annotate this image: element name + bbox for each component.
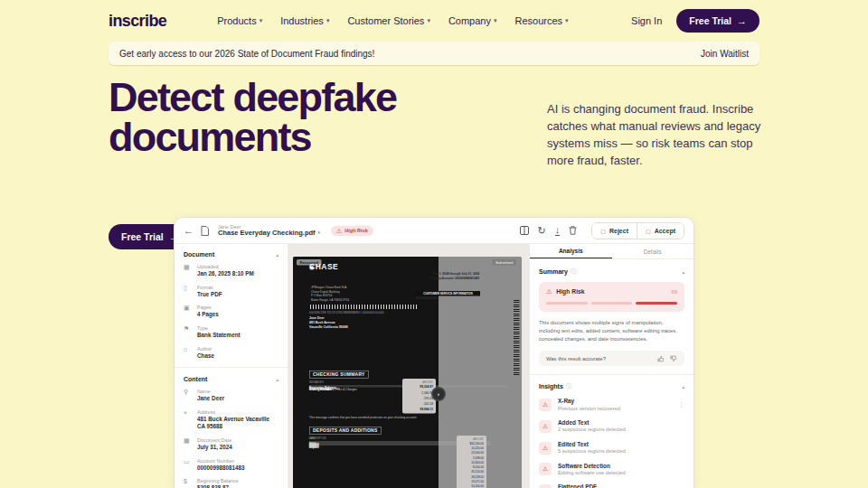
risk-score: 99 [671, 289, 677, 295]
file-icon [184, 285, 192, 299]
nav-free-trial-button[interactable]: Free Trial→ [676, 9, 760, 33]
nav-item-customer-stories[interactable]: Customer Stories▾ [347, 15, 430, 26]
statement-period: July 1, 2024 through July 31, 2024 Prima… [383, 271, 479, 280]
decision-buttons: ▢Reject ▢Accept [591, 222, 684, 239]
insight-row[interactable]: ⚠ Edited Text5 suspicious regions detect… [539, 441, 684, 455]
insight-alert-badge: ⚠ [539, 463, 552, 475]
summary-description: This document shows multiple signs of ma… [539, 319, 684, 343]
warning-triangle-icon: ⚠ [542, 424, 548, 430]
document-viewer: Recovered Submitted CHASE◉ JPMorgan Chas… [288, 244, 529, 488]
customer-service-info: CUSTOMER SERVICE INFORMATION Website:www… [416, 291, 480, 296]
chase-octagon-icon: ◉ [309, 263, 315, 270]
risk-level-label: High Risk [556, 288, 584, 295]
building-icon [184, 346, 192, 361]
sidebar-field: UploadedJan 26, 2025 8:10 PM [184, 264, 278, 278]
nav-right: Sign In Free Trial→ [631, 9, 760, 33]
pin-icon [184, 409, 192, 431]
insights-section-header[interactable]: Insightsⓘ▴ [539, 382, 684, 390]
back-button[interactable]: ← [184, 226, 193, 236]
highlighted-deposit-amounts: AMOUNT $34,240.0010,220.0022,044.002,098… [457, 436, 486, 488]
nav-item-resources[interactable]: Resources▾ [514, 15, 568, 26]
xray-slider-handle[interactable]: ‹› [431, 387, 446, 401]
arrow-right-icon: → [737, 15, 747, 26]
inscribe-logo[interactable]: inscribe [108, 12, 166, 31]
bank-address: JPMorgan Chase Bank N.A. Chase Digital B… [311, 285, 349, 302]
bank-statement-xray: Recovered Submitted CHASE◉ JPMorgan Chas… [293, 257, 522, 488]
chevron-up-icon: ▴ [682, 269, 684, 275]
nav-item-products[interactable]: Products▾ [217, 15, 262, 26]
insight-alert-badge: ⚠ [539, 399, 552, 411]
accept-button[interactable]: ▢Accept [637, 223, 684, 239]
summary-section-header[interactable]: Summaryⓘ▴ [539, 267, 684, 276]
address-barcode [309, 305, 418, 309]
insights-section: Insightsⓘ▴ ⚠ X-RayPrevious version recov… [530, 374, 693, 488]
file-title: Jane Deer Chase Everyday Checking.pdf▾ [218, 224, 320, 237]
thumbs-up-icon[interactable] [657, 355, 665, 362]
risk-summary-box: ⚠ High Risk 99 [539, 282, 684, 312]
file-icon [201, 226, 209, 236]
insight-row[interactable]: ⚠ Flattened PDFPDF manipulated ⋮ [539, 483, 684, 488]
risk-meter [546, 302, 677, 305]
file-name-dropdown[interactable]: Chase Everyday Checking.pdf▾ [218, 230, 320, 237]
trash-icon[interactable] [569, 226, 577, 235]
content-fields: NameJane Deer Address481 Buck Avenue Vac… [184, 389, 278, 488]
announcement-banner: Get early access to our 2026 State of Do… [108, 42, 760, 65]
calendar-icon [184, 264, 192, 278]
nav-links: Products▾ Industries▾ Customer Stories▾ … [217, 15, 631, 26]
chevron-down-icon: ▾ [326, 17, 330, 24]
app-toolbar: ← Jane Deer Chase Everyday Checking.pdf▾… [175, 218, 693, 244]
reject-button[interactable]: ▢Reject [592, 223, 637, 239]
warning-triangle-icon: ⚠ [542, 402, 548, 408]
document-sidebar: Document▴ UploadedJan 26, 2025 8:10 PM F… [175, 244, 288, 488]
insight-row[interactable]: ⚠ X-RayPrevious version recovered ⋮ [539, 398, 684, 412]
insight-alert-badge: ⚠ [539, 484, 552, 488]
toolbar-icons: ↻ ↓ [520, 225, 578, 236]
panel-tabs: Analysis Details [530, 244, 693, 259]
checking-summary-title: CHECKING SUMMARY [309, 371, 369, 379]
coins-icon [184, 478, 192, 488]
overdraft-note: This message confirms that you have over… [309, 416, 417, 419]
accept-doc-icon: ▢ [646, 228, 651, 234]
info-icon: ⓘ [571, 267, 576, 276]
chevron-down-icon: ▾ [494, 17, 497, 24]
document-fields: UploadedJan 26, 2025 8:10 PM FormatTrue … [184, 264, 278, 360]
chevron-up-icon: ▴ [682, 384, 684, 389]
sign-in-link[interactable]: Sign In [631, 15, 662, 26]
chevron-down-icon: ▾ [565, 17, 569, 24]
insight-alert-badge: ⚠ [539, 442, 552, 455]
nav-item-industries[interactable]: Industries▾ [280, 15, 329, 26]
sidebar-field: Document DateJuly 31, 2024 [184, 437, 278, 452]
insight-row[interactable]: ⚠ Software DetectionEditing software use… [539, 463, 684, 477]
kebab-menu-icon[interactable]: ⋮ [678, 401, 684, 408]
deposits-title: DEPOSITS AND ADDITIONS [309, 427, 382, 435]
join-waitlist-link[interactable]: Join Waitlist [701, 49, 749, 59]
vertical-barcode [514, 299, 520, 375]
sidebar-field: TypeBank Statement [184, 325, 278, 340]
mail-code: 00016584 DRE 703 219 21924 NNNNNNNNN 1 0… [309, 312, 383, 314]
download-icon[interactable]: ↓ [555, 225, 561, 236]
card-icon [184, 458, 192, 473]
sidebar-field: Beginning Balance$208,828.87 [184, 478, 278, 488]
tab-details[interactable]: Details [612, 244, 694, 258]
high-risk-badge: ⚠High Risk [331, 226, 373, 236]
sidebar-field: FormatTrue PDF [184, 285, 278, 299]
summary-amount: $9,884.11 [405, 407, 433, 412]
warning-triangle-icon: ⚠ [542, 466, 548, 473]
deposit-amount: 10,200.00 [459, 483, 484, 488]
document-section-header[interactable]: Document▴ [184, 251, 278, 258]
top-nav: inscribe Products▾ Industries▾ Customer … [0, 0, 868, 38]
content-section-header[interactable]: Content▴ [184, 376, 278, 382]
insight-row[interactable]: ⚠ Added Text2 suspicious regions detecte… [539, 419, 684, 434]
rotate-page-icon[interactable]: ↻ [538, 226, 546, 236]
analysis-panel: Analysis Details Summaryⓘ▴ ⚠ High Risk 9… [529, 244, 693, 488]
split-view-icon[interactable] [520, 226, 529, 235]
info-icon: ⓘ [566, 382, 571, 390]
chevron-up-icon: ▴ [276, 252, 278, 258]
app-screenshot: ← Jane Deer Chase Everyday Checking.pdf▾… [174, 217, 694, 488]
nav-item-company[interactable]: Company▾ [448, 15, 497, 26]
tab-analysis[interactable]: Analysis [530, 244, 612, 258]
sidebar-field: NameJane Deer [184, 389, 278, 403]
thumbs-down-icon[interactable] [670, 355, 677, 362]
sidebar-field: Pages4 Pages [184, 305, 278, 319]
sidebar-field: Account Number000009988081483 [184, 458, 278, 473]
